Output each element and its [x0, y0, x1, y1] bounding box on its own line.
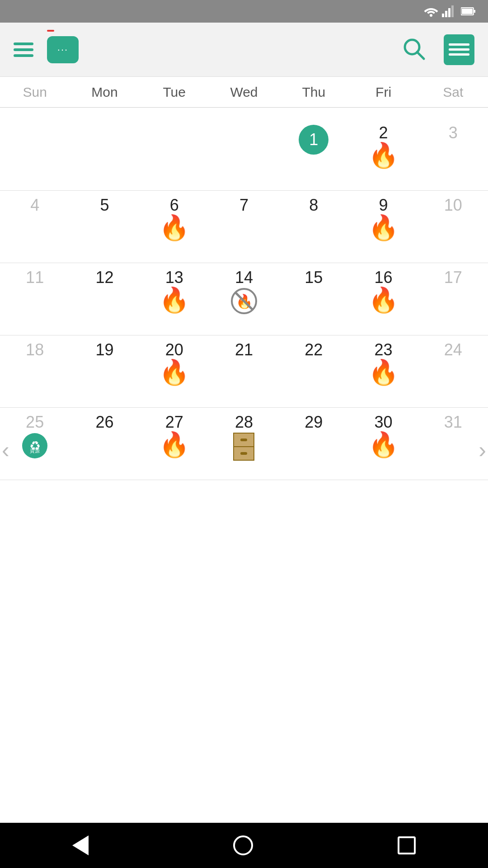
week-row-0: 12🔥3 [0, 118, 488, 191]
fire-icon: 🔥 [159, 360, 189, 384]
day-cell[interactable]: 8 [279, 191, 348, 263]
day-cell[interactable]: 28 [209, 408, 279, 480]
svg-rect-1 [442, 14, 444, 17]
hamburger-menu-button[interactable] [14, 42, 33, 57]
day-cell[interactable]: 5 [70, 191, 139, 263]
day-number: 30 [375, 414, 393, 430]
day-number: 3 [449, 125, 458, 141]
fire-icon: 🔥 [159, 215, 189, 240]
day-cell[interactable]: 10 [418, 191, 488, 263]
day-cell[interactable]: 23🔥 [348, 335, 418, 407]
fire-icon: 🔥 [159, 432, 189, 457]
day-number: 5 [100, 197, 109, 213]
day-cell[interactable]: 3 [418, 118, 488, 190]
recents-icon [398, 836, 416, 854]
day-number: 19 [95, 342, 113, 358]
day-number: 4 [30, 197, 39, 213]
search-icon [402, 37, 426, 61]
day-cell[interactable]: 20🔥 [140, 335, 209, 407]
back-icon [72, 835, 89, 855]
battery-icon [461, 7, 475, 16]
signal-icon [442, 5, 454, 17]
day-number: 8 [309, 197, 318, 213]
day-number: 23 [375, 342, 393, 358]
next-month-button[interactable]: › [479, 437, 486, 463]
day-cell[interactable]: 14 🔥 [209, 263, 279, 335]
dow-saturday: Sat [418, 77, 488, 107]
bottom-nav [0, 823, 488, 868]
week-row-4: 25 ♻ 資源 2627🔥28 2930🔥31 [0, 408, 488, 480]
calendar-grid: 12🔥3456🔥789🔥10111213🔥14 🔥 1516🔥17181920🔥… [0, 118, 488, 480]
day-cell[interactable]: 21 [209, 335, 279, 407]
list-view-button[interactable] [444, 34, 474, 65]
day-cell[interactable]: 18 [0, 335, 70, 407]
day-cell[interactable]: 29 [279, 408, 348, 480]
svg-text:資源: 資源 [30, 448, 40, 453]
toolbar-right [402, 34, 474, 65]
back-button[interactable] [72, 835, 89, 855]
week-row-1: 456🔥789🔥10 [0, 191, 488, 263]
day-number: 24 [444, 342, 462, 358]
day-number: 9 [379, 197, 388, 213]
day-cell[interactable]: 7 [209, 191, 279, 263]
toolbar-left [14, 36, 79, 63]
prev-month-button[interactable]: ‹ [2, 437, 9, 463]
day-number: 7 [239, 197, 249, 213]
day-number: 22 [305, 342, 323, 358]
day-number: 15 [305, 269, 323, 286]
day-cell[interactable]: 13🔥 [140, 263, 209, 335]
dow-wednesday: Wed [209, 77, 279, 107]
svg-rect-19 [240, 439, 247, 441]
day-number: 13 [165, 269, 183, 286]
day-cell[interactable]: 26 [70, 408, 139, 480]
fire-icon: 🔥 [368, 215, 399, 240]
day-cell[interactable]: 30🔥 [348, 408, 418, 480]
recents-button[interactable] [398, 836, 416, 854]
day-cell[interactable]: 31 [418, 408, 488, 480]
day-cell[interactable]: 9🔥 [348, 191, 418, 263]
fire-icon: 🔥 [368, 288, 399, 312]
day-number: 28 [235, 414, 253, 430]
dow-thursday: Thu [279, 77, 348, 107]
day-cell[interactable]: 24 [418, 335, 488, 407]
dow-tuesday: Tue [140, 77, 209, 107]
search-button[interactable] [402, 37, 426, 62]
day-number: 18 [26, 342, 44, 358]
day-cell[interactable]: 11 [0, 263, 70, 335]
day-number: 17 [444, 269, 462, 286]
day-cell[interactable]: 12 [70, 263, 139, 335]
week-row-3: 181920🔥212223🔥24 [0, 335, 488, 408]
svg-rect-4 [451, 5, 454, 17]
day-cell[interactable]: 2🔥 [348, 118, 418, 190]
no-fire-icon: 🔥 [230, 288, 258, 316]
day-cell[interactable]: 25 ♻ 資源 [0, 408, 70, 480]
chat-button[interactable] [47, 36, 79, 63]
home-button[interactable] [233, 835, 253, 855]
svg-line-9 [417, 52, 424, 59]
day-number: 20 [165, 342, 183, 358]
day-number: 10 [444, 197, 462, 213]
toolbar [0, 23, 488, 77]
day-cell[interactable]: 6🔥 [140, 191, 209, 263]
day-cell[interactable]: 4 [0, 191, 70, 263]
svg-rect-7 [462, 9, 473, 14]
recycle-icon: ♻ 資源 [21, 432, 48, 463]
day-cell[interactable]: 19 [70, 335, 139, 407]
day-number: 16 [375, 269, 393, 286]
new-badge [47, 30, 54, 32]
dow-monday: Mon [70, 77, 139, 107]
day-number: 27 [165, 414, 183, 430]
day-number: 25 [26, 414, 44, 430]
day-cell [70, 118, 139, 190]
day-cell[interactable]: 27🔥 [140, 408, 209, 480]
day-cell[interactable]: 22 [279, 335, 348, 407]
svg-rect-20 [240, 452, 247, 455]
fire-icon: 🔥 [368, 360, 399, 384]
fire-icon: 🔥 [159, 288, 189, 312]
day-cell[interactable]: 15 [279, 263, 348, 335]
svg-rect-3 [448, 8, 450, 17]
day-cell[interactable]: 1 [279, 118, 348, 190]
day-cell[interactable]: 17 [418, 263, 488, 335]
day-number: 14 [235, 269, 253, 286]
day-cell[interactable]: 16🔥 [348, 263, 418, 335]
